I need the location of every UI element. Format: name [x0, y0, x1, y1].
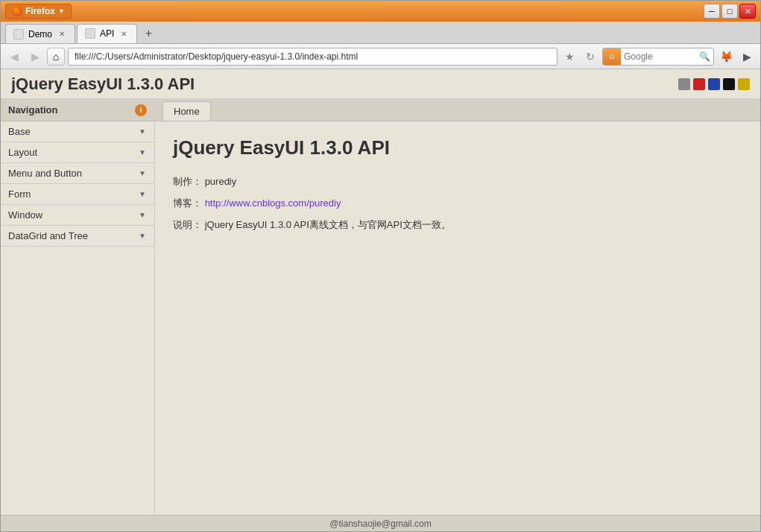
home-button[interactable]: ⌂ — [47, 48, 65, 66]
footer: @tianshaojie@gmail.com — [1, 515, 760, 531]
firefox-brand[interactable]: Firefox ▼ — [5, 4, 72, 19]
content-body: jQuery EasyUI 1.3.0 API 制作： purediy 博客： … — [155, 121, 760, 515]
sidebar-item-base-label: Base — [8, 126, 31, 137]
tab-api-close[interactable]: ✕ — [119, 28, 129, 39]
sidebar-item-base[interactable]: Base ▼ — [1, 121, 154, 142]
chevron-down-icon-layout: ▼ — [138, 148, 147, 157]
chevron-down-icon-form: ▼ — [138, 190, 147, 199]
sidebar-item-datagrid-tree-label: DataGrid and Tree — [8, 230, 88, 241]
menu-button[interactable]: ▶ — [738, 48, 756, 66]
sidebar-item-form[interactable]: Form ▼ — [1, 184, 154, 205]
content-line-3: 说明： jQuery EasyUI 1.3.0 API离线文档，与官网API文档… — [173, 218, 742, 233]
content-line3-prefix: 说明： — [173, 219, 202, 230]
sidebar-item-menu-button-label: Menu and Button — [8, 168, 82, 179]
tab-home[interactable]: Home — [162, 101, 211, 121]
window-controls: ─ □ ✕ — [704, 4, 756, 19]
tab-demo-close[interactable]: ✕ — [57, 29, 67, 39]
swatch-black[interactable] — [723, 78, 735, 90]
tab-api-label: API — [100, 28, 114, 39]
swatch-blue[interactable] — [708, 78, 720, 90]
titlebar: Firefox ▼ ─ □ ✕ — [1, 1, 760, 22]
close-button[interactable]: ✕ — [739, 4, 756, 19]
minimize-button[interactable]: ─ — [704, 4, 720, 19]
chevron-down-icon-window: ▼ — [138, 211, 147, 220]
chevron-down-icon-menu: ▼ — [138, 169, 147, 178]
content-line2-prefix: 博客： — [173, 197, 202, 209]
tab-home-label: Home — [174, 106, 200, 117]
addon-button[interactable]: 🦊 — [717, 48, 735, 66]
search-engine-icon: G — [603, 48, 621, 66]
content-main-title: jQuery EasyUI 1.3.0 API — [173, 136, 742, 159]
main-area: Navigation i Base ▼ Layout ▼ Menu and Bu… — [1, 99, 760, 515]
refresh-button[interactable]: ↻ — [581, 48, 599, 66]
swatch-yellow[interactable] — [738, 78, 750, 90]
firefox-icon — [12, 6, 22, 16]
content-tabs: Home — [155, 99, 760, 121]
sidebar-item-layout[interactable]: Layout ▼ — [1, 142, 154, 163]
info-badge: i — [135, 104, 147, 116]
content-pane: Home jQuery EasyUI 1.3.0 API 制作： purediy… — [155, 99, 760, 515]
content-line-1: 制作： purediy — [173, 174, 742, 190]
tabbar: Demo ✕ API ✕ + — [1, 22, 760, 44]
color-swatches — [678, 78, 750, 90]
content-line2-link[interactable]: http://www.cnblogs.com/purediy — [205, 197, 341, 209]
chevron-down-icon-base: ▼ — [138, 127, 147, 136]
navbar: ◀ ▶ ⌂ file:///C:/Users/Administrator/Des… — [1, 44, 760, 69]
tab-api-favicon — [85, 28, 95, 39]
chevron-down-icon-datagrid: ▼ — [138, 232, 147, 241]
forward-button[interactable]: ▶ — [26, 48, 44, 66]
sidebar-item-menu-button[interactable]: Menu and Button ▼ — [1, 163, 154, 184]
sidebar-item-layout-label: Layout — [8, 147, 37, 158]
sidebar-item-datagrid-tree[interactable]: DataGrid and Tree ▼ — [1, 226, 154, 247]
footer-email: @tianshaojie@gmail.com — [329, 519, 431, 529]
tab-demo-favicon — [13, 29, 24, 39]
firefox-label: Firefox — [25, 6, 55, 16]
tab-demo-label: Demo — [28, 29, 52, 39]
app-title: jQuery EasyUI 1.3.0 API — [11, 75, 195, 94]
tab-api[interactable]: API ✕ — [77, 24, 137, 43]
url-text: file:///C:/Users/Administrator/Desktop/j… — [75, 51, 358, 62]
content-line-2: 博客： http://www.cnblogs.com/purediy — [173, 196, 742, 212]
content-line1-prefix: 制作： — [173, 176, 202, 187]
content-line3-value: jQuery EasyUI 1.3.0 API离线文档，与官网API文档一致。 — [205, 219, 451, 230]
sidebar-header-title: Navigation — [8, 104, 57, 115]
search-input[interactable] — [621, 51, 695, 62]
swatch-red[interactable] — [693, 78, 705, 90]
sidebar: Navigation i Base ▼ Layout ▼ Menu and Bu… — [1, 99, 155, 515]
new-tab-button[interactable]: + — [139, 24, 158, 43]
search-engine-label: G — [609, 53, 614, 60]
content-line1-value: purediy — [205, 176, 237, 187]
sidebar-item-form-label: Form — [8, 189, 31, 200]
swatch-gray[interactable] — [678, 78, 690, 90]
sidebar-header: Navigation i — [1, 99, 154, 121]
firefox-dropdown-icon: ▼ — [58, 7, 65, 15]
window-frame: Firefox ▼ ─ □ ✕ Demo ✕ API ✕ + ◀ ▶ ⌂ fil… — [0, 0, 761, 532]
app-header: jQuery EasyUI 1.3.0 API — [1, 69, 760, 99]
star-button[interactable]: ★ — [561, 48, 578, 66]
sidebar-item-window[interactable]: Window ▼ — [1, 205, 154, 226]
search-go-button[interactable]: 🔍 — [695, 48, 713, 66]
maximize-button[interactable]: □ — [721, 4, 738, 19]
tab-demo[interactable]: Demo ✕ — [5, 24, 75, 43]
sidebar-item-window-label: Window — [8, 209, 42, 221]
back-button[interactable]: ◀ — [5, 48, 23, 66]
search-box: G 🔍 — [602, 48, 714, 66]
url-bar[interactable]: file:///C:/Users/Administrator/Desktop/j… — [68, 48, 558, 66]
